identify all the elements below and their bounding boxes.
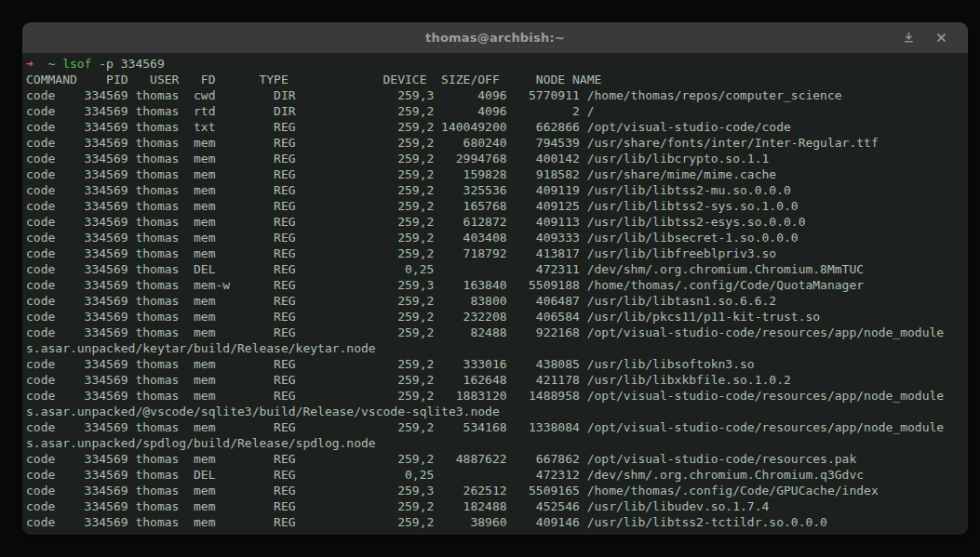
window-title: thomas@archbish:~ [425,31,565,45]
lsof-row: code 334569 thomas mem-w REG 259,3 16384… [26,277,944,293]
lsof-row: code 334569 thomas mem REG 259,2 325536 … [26,182,944,198]
lsof-header-row: COMMAND PID USER FD TYPE DEVICE SIZE/OFF… [26,72,944,87]
lsof-row: code 334569 thomas mem REG 259,2 1883120… [26,388,944,419]
lsof-row: code 334569 thomas mem REG 259,2 232208 … [26,309,944,325]
lsof-row: code 334569 thomas mem REG 259,2 165768 … [26,198,944,214]
prompt-segment-arrow: ➜ [26,57,34,71]
lsof-row: code 334569 thomas mem REG 259,2 403408 … [26,230,944,245]
terminal-output[interactable]: ➜ ~ lsof -p 334569 COMMAND PID USER FD T… [22,53,968,530]
lsof-row: code 334569 thomas mem REG 259,2 38960 4… [26,514,944,530]
close-icon[interactable] [934,32,947,45]
lsof-row: code 334569 thomas mem REG 259,2 534168 … [26,419,944,451]
prompt-segment-cmd: lsof [55,57,91,71]
lsof-row: code 334569 thomas mem REG 259,2 680240 … [26,135,944,151]
lsof-row: code 334569 thomas txt REG 259,2 1400492… [26,119,944,135]
desktop: thomas@archbish:~ ➜ ~ lsof -p 334569 COM… [0,0,980,557]
titlebar-controls [902,22,947,53]
lsof-row: code 334569 thomas mem REG 259,2 2994768… [26,151,944,166]
titlebar[interactable]: thomas@archbish:~ [22,22,968,53]
prompt-segment-path: ~ [34,57,55,71]
lsof-row: code 334569 thomas mem REG 259,2 333016 … [26,356,944,372]
lsof-row: code 334569 thomas mem REG 259,2 612872 … [26,214,944,230]
shell-prompt: ➜ ~ lsof -p 334569 [26,56,944,72]
lsof-row: code 334569 thomas mem REG 259,2 82488 9… [26,325,944,356]
lsof-rows: code 334569 thomas cwd DIR 259,3 4096 57… [26,87,964,530]
download-icon[interactable] [902,32,915,45]
terminal-window: thomas@archbish:~ ➜ ~ lsof -p 334569 COM… [22,22,968,535]
lsof-row: code 334569 thomas mem REG 259,3 262512 … [26,483,944,498]
lsof-row: code 334569 thomas mem REG 259,2 83800 4… [26,293,944,309]
lsof-row: code 334569 thomas cwd DIR 259,3 4096 57… [26,87,944,103]
lsof-row: code 334569 thomas DEL REG 0,25 472311 /… [26,261,944,277]
prompt-segment-args: -p 334569 [91,57,164,71]
lsof-row: code 334569 thomas mem REG 259,2 159828 … [26,166,944,182]
lsof-row: code 334569 thomas mem REG 259,2 162648 … [26,372,944,388]
lsof-row: code 334569 thomas DEL REG 0,25 472312 /… [26,467,944,483]
lsof-row: code 334569 thomas mem REG 259,2 182488 … [26,498,944,514]
lsof-row: code 334569 thomas rtd DIR 259,2 4096 2 … [26,103,944,119]
lsof-row: code 334569 thomas mem REG 259,2 718792 … [26,245,944,261]
lsof-row: code 334569 thomas mem REG 259,2 4887622… [26,451,944,467]
